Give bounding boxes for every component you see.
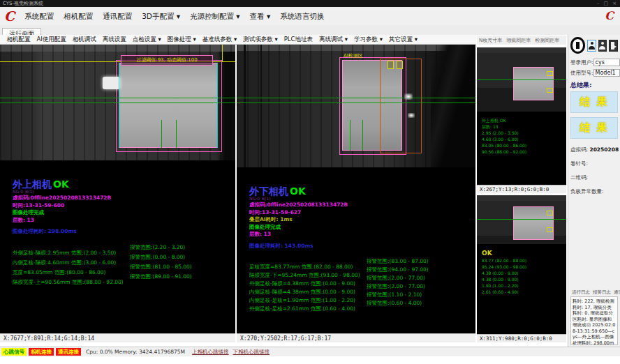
feature-marker: [388, 61, 394, 69]
preview-line: 4.38 (0.00 - 9.00): [482, 270, 566, 276]
measurement-value: 外侧足核-足核=2.61mm 范围:(0.60 - 4.00): [249, 305, 355, 312]
toolbar-button[interactable]: AI使用配置: [34, 35, 69, 44]
tab-line-overlay: [350, 120, 350, 151]
preview-tab[interactable]: 检测间距率: [533, 36, 561, 45]
measurement-row: 外侧足核-足核=2.61mm 范围:(0.60 - 4.00) 报警范围:(0.…: [249, 300, 475, 308]
exit-button[interactable]: [609, 40, 618, 52]
ng-counter: NG:0_B(1): [13, 189, 235, 195]
model-input[interactable]: [593, 69, 620, 77]
measure-line-overlay: [237, 98, 475, 98]
threshold-label: 过滤阈值:93, 动态阈值:100: [121, 55, 213, 66]
menu-item[interactable]: 系统语言切换: [275, 7, 329, 25]
result-boxes: 结 果结 果: [570, 91, 618, 143]
preview-line: 90.56 (88.00 - 92.00): [482, 149, 566, 155]
preview-line: 层数: 13: [482, 123, 566, 130]
measurement-row: 足核宽度=83.77mm 范围:(82.00 - 88.00) 报警范围:(83…: [249, 258, 475, 266]
measurement-row: 隔膜宽度-下=95.24mm 范围:(93.00 - 98.00) 报警范围:(…: [249, 266, 475, 275]
alarm-range: 报警范围:(2.00 - 77.00): [367, 275, 425, 282]
camera-image-upper[interactable]: 过滤阈值:93, 动态阈值:100: [0, 45, 235, 160]
model-label: 使用型号:: [570, 70, 593, 77]
login-user-input[interactable]: [593, 59, 620, 66]
toolbar-button[interactable]: 测试项参数 ▾: [240, 35, 281, 44]
login-user-label: 登录用户:: [570, 59, 593, 66]
tab-line-overlay: [176, 120, 177, 148]
menu-item[interactable]: 相机配置: [59, 7, 98, 25]
measure-line-overlay: [477, 219, 566, 220]
result-box: 结 果: [570, 117, 618, 139]
feature-marker: [547, 88, 553, 93]
preview-line: 外上相机 OK: [482, 117, 566, 123]
toolbar-button[interactable]: 基准线参数 ▾: [199, 35, 239, 44]
measure-line-overlay: [237, 103, 475, 103]
toolbar-button[interactable]: 学习参数 ▾: [350, 35, 385, 44]
virtual-code-row: 虚拟码: 20250208: [570, 146, 618, 153]
camera-image-lower[interactable]: AI检测区: [237, 45, 475, 167]
pause-button[interactable]: [570, 37, 585, 54]
window-control-icon[interactable]: □: [604, 0, 609, 7]
measurement-row: 宽度=83.05mm 范围:(80.00 - 86.00) 报警范围:(81.0…: [13, 264, 235, 273]
time-line: 时间:13-31-59-627: [249, 209, 475, 217]
camera-name: 外上相机OK: [13, 180, 235, 189]
feature-marker: [547, 211, 553, 215]
control-buttons: [570, 37, 618, 54]
preview-line: 4.60 (3.00 - 6.00): [482, 136, 566, 142]
login-user-button[interactable]: [587, 40, 596, 52]
alarm-range: 报警范围:(0.60 - 4.00): [367, 300, 422, 307]
toolbar-button[interactable]: 离线调试 ▾: [316, 35, 351, 44]
toolbar-button[interactable]: PLC地址表: [281, 35, 316, 44]
preview-image-top[interactable]: [477, 47, 566, 112]
menu-items: 系统配置相机配置通讯配置3D手配置 ▾光源控制配置 ▾查看 ▾系统语言切换: [20, 7, 329, 25]
toolbar-button[interactable]: 离线设置: [99, 35, 129, 44]
preview-tab[interactable]: 瑕疵间距率: [504, 36, 533, 45]
heartbeat-link[interactable]: 下相机心跳链接: [233, 349, 270, 356]
menu-item[interactable]: 查看 ▾: [245, 7, 276, 25]
camera-panel-upper: 过滤阈值:93, 动态阈值:100 外上相机OK NG:0_B(1) 虚拟码:0…: [0, 45, 235, 342]
preview-image-bottom[interactable]: [477, 195, 566, 244]
app-window: CYS-视觉检测系统 –□× C 系统配置相机配置通讯配置3D手配置 ▾光源控制…: [0, 0, 620, 364]
preview-line: 1.90 (1.00 - 2.20): [482, 282, 566, 289]
window-controls: –□×: [597, 0, 620, 7]
toolbar-button[interactable]: 相机调试: [69, 35, 99, 44]
status-badge: 通讯连接: [56, 348, 81, 356]
toolbar-button[interactable]: 其它设置 ▾: [385, 35, 420, 44]
ai-detect-rect: [380, 59, 422, 153]
status-line: 图像处理完成: [13, 209, 235, 217]
alarm-range: 报警范围:(2.00 - 77.00): [367, 283, 425, 290]
heartbeat-links: 上相机心跳链接下相机心跳链接: [188, 349, 270, 356]
sidebar-spacer: [570, 199, 618, 288]
measure-line-overlay: [477, 79, 566, 80]
menu-item[interactable]: 3D手配置 ▾: [137, 7, 185, 25]
preview-line: 2.61 (0.60 - 4.00): [482, 289, 566, 295]
machine-post: [244, 45, 246, 167]
alarm-range: 报警范围:(1.10 - 2.10): [367, 291, 422, 298]
menu-item[interactable]: 光源控制配置 ▾: [185, 7, 245, 25]
menu-item[interactable]: 系统配置: [20, 7, 59, 25]
toolbar-button[interactable]: 相机配置: [3, 35, 34, 44]
title-bar: CYS-视觉检测系统 –□×: [0, 0, 620, 7]
preview-tab[interactable]: N枚尺寸率: [477, 36, 504, 45]
edge-line-overlay: [119, 63, 119, 148]
alarm-range: 报警范围:(81.00 - 85.00): [130, 264, 192, 271]
heartbeat-link[interactable]: 上相机心跳链接: [192, 349, 229, 356]
log-tab[interactable]: 通讯日志: [612, 289, 620, 296]
preview-line: 2.95 (2.00 - 3.50): [482, 130, 566, 136]
log-tab[interactable]: 运行日志: [570, 289, 591, 296]
log-output[interactable]: 耗时: 222, 瑕疵检测耗时: 17, 瑕疵分类耗时: 0, 瑕疵提取分区耗时…: [570, 296, 618, 345]
toolbar-button[interactable]: 图像处理 ▾: [164, 35, 199, 44]
status-line: 图像处理完成: [249, 224, 475, 232]
window-control-icon[interactable]: –: [597, 0, 600, 7]
qr-code-row: 二维码:: [570, 174, 618, 181]
camera-name: 外下相机OK: [249, 187, 475, 196]
result-box: 结 果: [570, 91, 618, 113]
measure-line-overlay: [0, 103, 235, 103]
negative-abnormal-row: 负极异常数量:: [570, 188, 618, 195]
preview-panel-top: 外上相机 OK层数: 132.95 (2.00 - 3.50)4.60 (3.0…: [477, 47, 566, 193]
alarm-range: 报警范围:(83.00 - 87.00): [367, 258, 429, 265]
log-tab[interactable]: 报警日志: [591, 289, 612, 296]
switch-user-button[interactable]: [598, 40, 607, 52]
menu-item[interactable]: 通讯配置: [98, 7, 137, 25]
user-dark-icon: [599, 42, 605, 50]
window-control-icon[interactable]: ×: [612, 0, 617, 7]
toolbar-button[interactable]: 点检设置 ▾: [129, 35, 164, 44]
elapsed-line: 图像处理耗时: 143.00ms: [249, 243, 475, 250]
